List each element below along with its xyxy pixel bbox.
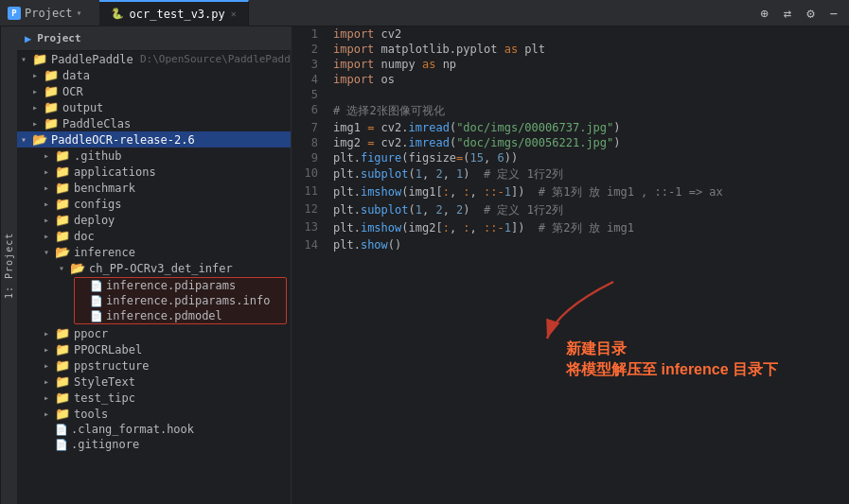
split-action-button[interactable]: ⇄ <box>780 4 795 23</box>
tree-item-paddleocr[interactable]: 📂 PaddleOCR-release-2.6 <box>17 131 291 148</box>
line-num-9: 9 <box>292 150 329 165</box>
github-arrow[interactable] <box>44 150 55 161</box>
ppocrlabel-arrow[interactable] <box>44 344 55 355</box>
ocr-arrow[interactable] <box>32 86 44 96</box>
tree-item-applications[interactable]: 📁 applications <box>17 164 291 180</box>
tree-item-inference[interactable]: 📂 inference <box>17 244 291 260</box>
styletext-folder-icon: 📁 <box>55 374 70 389</box>
settings-action-button[interactable]: ⚙ <box>803 4 818 23</box>
tree-header: ▶ Project <box>17 26 291 51</box>
project-dropdown-arrow[interactable]: ▾ <box>77 8 82 18</box>
code-line-14: 14 plt.show() <box>292 237 849 252</box>
output-arrow[interactable] <box>32 102 44 113</box>
doc-arrow[interactable] <box>44 231 55 241</box>
code-line-4: 4 import os <box>292 72 849 87</box>
testtipc-label: test_tipc <box>74 391 135 405</box>
styletext-arrow[interactable] <box>44 376 55 387</box>
styletext-label: StyleText <box>74 375 135 389</box>
tree-item-clang[interactable]: 📄 .clang_format.hook <box>17 422 291 437</box>
line-num-5: 5 <box>292 87 329 102</box>
tree-item-pdiparams-info[interactable]: 📄 inference.pdiparams.info <box>75 293 286 308</box>
ppocr-folder-icon: 📁 <box>55 326 70 340</box>
tree-item-ppocr[interactable]: 📁 ppocr <box>17 325 291 341</box>
tree-item-ppocrlabel[interactable]: 📁 PPOCRLabel <box>17 341 291 357</box>
paddleocr-folder-icon: 📂 <box>32 132 47 147</box>
pdmodel-icon: 📄 <box>90 310 103 322</box>
line-content-5 <box>329 87 849 102</box>
deploy-arrow[interactable] <box>44 215 55 225</box>
tools-arrow[interactable] <box>44 408 55 419</box>
project-title[interactable]: P Project ▾ <box>8 7 82 20</box>
configs-arrow[interactable] <box>44 199 55 209</box>
paddleocr-label: PaddleOCR-release-2.6 <box>51 133 195 147</box>
ppocrlabel-label: PPOCRLabel <box>74 343 142 356</box>
deploy-folder-icon: 📁 <box>55 213 70 227</box>
tree-item-ppstructure[interactable]: 📁 ppstructure <box>17 357 291 374</box>
tab-close-button[interactable]: ✕ <box>231 9 237 19</box>
tree-item-deploy[interactable]: 📁 deploy <box>17 212 291 228</box>
annotation-line1: 新建目录 <box>566 339 778 359</box>
benchmark-arrow[interactable] <box>44 182 55 193</box>
tree-item-pdiparams[interactable]: 📄 inference.pdiparams <box>75 278 286 293</box>
line-content-9: plt.figure(figsize=(15, 6)) <box>329 150 849 165</box>
root-expand-arrow[interactable] <box>21 54 32 64</box>
ppocr-arrow[interactable] <box>44 328 55 339</box>
tree-item-doc[interactable]: 📁 doc <box>17 228 291 244</box>
line-num-12: 12 <box>292 201 329 219</box>
doc-folder-icon: 📁 <box>55 229 70 243</box>
ppstructure-label: ppstructure <box>74 359 149 373</box>
ch-pp-arrow[interactable] <box>59 263 70 273</box>
ppstructure-arrow[interactable] <box>44 360 55 371</box>
code-line-9: 9 plt.figure(figsize=(15, 6)) <box>292 150 849 165</box>
paddleocr-arrow[interactable] <box>21 134 32 145</box>
github-label: .github <box>74 149 122 163</box>
project-name: Project <box>37 32 80 44</box>
inference-folder-icon: 📂 <box>55 245 70 259</box>
file-tree[interactable]: ▶ Project 📁 PaddlePaddle D:\OpenSource\P… <box>17 26 292 504</box>
line-num-8: 8 <box>292 135 329 150</box>
inference-arrow[interactable] <box>44 247 55 257</box>
benchmark-folder-icon: 📁 <box>55 181 70 195</box>
data-arrow[interactable] <box>32 70 44 80</box>
tree-item-tools[interactable]: 📁 tools <box>17 406 291 422</box>
line-content-2: import matplotlib.pyplot as plt <box>329 42 849 57</box>
code-line-8: 8 img2 = cv2.imread("doc/imgs/00056221.j… <box>292 135 849 150</box>
tab-ocr-test[interactable]: 🐍 ocr_test_v3.py ✕ <box>99 0 249 26</box>
code-line-5: 5 <box>292 87 849 102</box>
tab-bar: 🐍 ocr_test_v3.py ✕ <box>99 0 249 26</box>
code-line-10: 10 plt.subplot(1, 2, 1) # 定义 1行2列 <box>292 165 849 183</box>
pdiparams-icon: 📄 <box>90 280 103 292</box>
line-num-14: 14 <box>292 237 329 252</box>
code-line-12: 12 plt.subplot(1, 2, 2) # 定义 1行2列 <box>292 201 849 219</box>
add-action-button[interactable]: ⊕ <box>756 4 771 23</box>
tree-item-ch-pp[interactable]: 📂 ch_PP-OCRv3_det_infer <box>17 260 291 276</box>
tree-item-data[interactable]: 📁 data <box>17 67 291 83</box>
sidebar-vertical-label[interactable]: 1: Project <box>0 26 17 504</box>
tree-item-output[interactable]: 📁 output <box>17 99 291 115</box>
code-line-13: 13 plt.imshow(img2[:, :, ::-1]) # 第2列 放 … <box>292 219 849 237</box>
code-line-11: 11 plt.imshow(img1[:, :, ::-1]) # 第1列 放 … <box>292 183 849 201</box>
annotation-overlay: 新建目录 将模型解压至 inference 目录下 <box>566 339 778 381</box>
tree-item-testtipc[interactable]: 📁 test_tipc <box>17 390 291 406</box>
tree-item-ocr[interactable]: 📁 OCR <box>17 83 291 99</box>
testtipc-arrow[interactable] <box>44 392 55 403</box>
clang-file-icon: 📄 <box>55 424 68 436</box>
line-content-12: plt.subplot(1, 2, 2) # 定义 1行2列 <box>329 201 849 219</box>
tree-item-styletext[interactable]: 📁 StyleText <box>17 374 291 390</box>
code-editor[interactable]: 1 import cv2 2 import matplotlib.pyplot … <box>292 26 849 504</box>
applications-arrow[interactable] <box>44 166 55 177</box>
tree-root-paddle[interactable]: 📁 PaddlePaddle D:\OpenSource\PaddlePadd <box>17 51 291 67</box>
minimize-action-button[interactable]: − <box>826 4 841 23</box>
ch-pp-folder-icon: 📂 <box>70 261 85 275</box>
tools-folder-icon: 📁 <box>55 407 70 421</box>
tab-label: ocr_test_v3.py <box>130 8 225 21</box>
tree-item-paddleclas[interactable]: 📁 PaddleClas <box>17 115 291 131</box>
line-content-3: import numpy as np <box>329 57 849 72</box>
ocr-folder-icon: 📁 <box>44 84 59 98</box>
tree-item-pdmodel[interactable]: 📄 inference.pdmodel <box>75 308 286 323</box>
tree-item-gitignore[interactable]: 📄 .gitignore <box>17 437 291 452</box>
paddleclas-arrow[interactable] <box>32 118 44 129</box>
tree-item-benchmark[interactable]: 📁 benchmark <box>17 180 291 196</box>
tree-item-configs[interactable]: 📁 configs <box>17 196 291 212</box>
tree-item-github[interactable]: 📁 .github <box>17 148 291 164</box>
